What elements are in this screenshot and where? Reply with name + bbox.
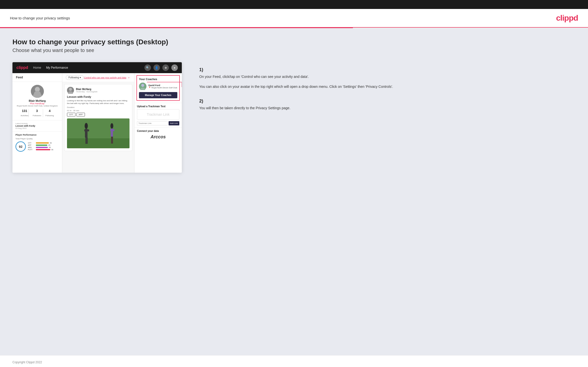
svg-rect-7 bbox=[67, 138, 130, 148]
tag-app: APP bbox=[76, 113, 85, 116]
stat-following: 4 Following bbox=[46, 109, 54, 117]
feed-header: Following ▾ Control who can see your act… bbox=[62, 73, 134, 82]
nav-icons: 🔍 👤 ⊕ ● bbox=[144, 64, 178, 71]
coaches-title: Your Coaches bbox=[139, 78, 177, 81]
svg-rect-17 bbox=[112, 137, 113, 144]
post-avatar bbox=[67, 87, 74, 94]
control-privacy-link[interactable]: Control who can see your activity and da… bbox=[84, 76, 126, 79]
post-tags: OTT APP bbox=[67, 113, 130, 116]
stat-followers: 3 Followers bbox=[31, 109, 43, 117]
tag-ott: OTT bbox=[67, 113, 75, 116]
svg-rect-15 bbox=[110, 129, 115, 131]
profile-club: Royal North Devon Golf Club, United King… bbox=[17, 105, 58, 107]
bar-ott: OTT 90 bbox=[28, 142, 59, 144]
step-1-num: 1) bbox=[199, 67, 576, 72]
trackman-input-row: Add Link bbox=[137, 121, 179, 125]
app-feed: Following ▾ Control who can see your act… bbox=[62, 73, 134, 173]
two-col-layout: clippd Home My Performance 🔍 👤 ⊕ ● Feed bbox=[12, 62, 576, 173]
feed-post: Blair McHarg Yesterday · Sunningdale Les… bbox=[64, 84, 132, 151]
nav-home[interactable]: Home bbox=[33, 66, 41, 69]
post-duration-label: Duration bbox=[67, 106, 130, 108]
app-logo: clippd bbox=[16, 65, 28, 70]
step-2-num: 2) bbox=[199, 99, 576, 104]
bar-arg: ARG 86 bbox=[28, 147, 59, 148]
article-title: How to change your privacy settings (Des… bbox=[12, 38, 576, 46]
app-body: Feed Blair McHarg Plus Handicap Royal No… bbox=[12, 73, 182, 173]
latest-activity: Latest Activity Lesson with Fordy 03 Aug… bbox=[12, 120, 62, 132]
bar-app: APP 85 bbox=[28, 144, 59, 146]
post-author-info: Blair McHarg Yesterday · Sunningdale bbox=[76, 88, 97, 93]
profile-name: Blair McHarg bbox=[29, 99, 46, 102]
arccos-brand: Arccos bbox=[137, 134, 179, 140]
control-link-row: Control who can see your activity and da… bbox=[84, 76, 131, 80]
svg-point-13 bbox=[110, 123, 113, 129]
article-subtitle: Choose what you want people to see bbox=[12, 48, 576, 53]
app-nav: clippd Home My Performance 🔍 👤 ⊕ ● bbox=[12, 62, 182, 73]
trackman-link-box: Trackman Link bbox=[137, 109, 179, 120]
app-mockup: clippd Home My Performance 🔍 👤 ⊕ ● Feed bbox=[12, 62, 182, 173]
profile-icon[interactable]: 👤 bbox=[153, 64, 160, 71]
site-header: How to change your privacy settings clip… bbox=[0, 9, 588, 28]
post-description: Looking to feel like my hands are exitin… bbox=[67, 99, 130, 105]
step-2: 2) You will then be taken directly to th… bbox=[199, 99, 576, 111]
step-1: 1) On your Feed, click/tap on 'Control w… bbox=[199, 67, 576, 90]
quality-score: 92 bbox=[15, 141, 26, 152]
app-sidebar: Feed Blair McHarg Plus Handicap Royal No… bbox=[12, 73, 62, 173]
feed-tab[interactable]: Feed bbox=[12, 73, 62, 82]
add-link-button[interactable]: Add Link bbox=[169, 121, 179, 125]
player-performance: Player Performance Total Player Quality … bbox=[12, 132, 62, 154]
manage-coaches-button[interactable]: Manage Your Coaches bbox=[139, 92, 177, 98]
connect-section: Connect your data Arccos bbox=[134, 127, 182, 142]
app-coaches: Your Coaches David Ford 📍 Royal North De… bbox=[134, 73, 182, 173]
bar-putt: PUTT 96 bbox=[28, 149, 59, 151]
top-bar bbox=[0, 0, 588, 9]
svg-point-8 bbox=[85, 123, 88, 129]
post-duration-value: 01 hr : 30 min bbox=[67, 109, 130, 112]
profile-stats: 131 Activities 3 Followers 4 Following bbox=[21, 109, 54, 117]
nav-my-performance[interactable]: My Performance bbox=[46, 66, 68, 69]
post-author-row: Blair McHarg Yesterday · Sunningdale bbox=[67, 87, 130, 94]
coach-info: David Ford 📍 Royal North Devon Golf Club bbox=[148, 84, 177, 89]
avatar-icon[interactable]: ● bbox=[171, 64, 178, 71]
post-image bbox=[67, 118, 130, 148]
stat-activities: 131 Activities bbox=[21, 109, 29, 117]
following-button[interactable]: Following ▾ bbox=[66, 75, 84, 80]
profile-avatar bbox=[31, 85, 44, 98]
quality-bars: OTT 90 APP 85 ARG bbox=[28, 142, 59, 151]
profile-area: Blair McHarg Plus Handicap Royal North D… bbox=[12, 82, 62, 120]
coach-row: David Ford 📍 Royal North Devon Golf Club bbox=[139, 83, 177, 90]
svg-rect-11 bbox=[85, 138, 87, 144]
svg-rect-10 bbox=[84, 129, 89, 131]
coach-avatar bbox=[139, 83, 146, 90]
copyright-text: Copyright Clippd 2022 bbox=[12, 361, 42, 364]
page-title: How to change your privacy settings bbox=[10, 16, 70, 20]
profile-handicap: Plus Handicap bbox=[30, 102, 44, 105]
step-1-text-part1: On your Feed, click/tap on 'Control who … bbox=[199, 74, 576, 79]
trackman-input[interactable] bbox=[137, 121, 168, 125]
step-1-text-part2: You can also click on your avatar in the… bbox=[199, 84, 576, 89]
add-icon[interactable]: ⊕ bbox=[162, 64, 169, 71]
search-icon[interactable]: 🔍 bbox=[144, 64, 151, 71]
svg-rect-12 bbox=[87, 138, 88, 144]
main-content: How to change your privacy settings (Des… bbox=[0, 28, 588, 355]
instructions: 1) On your Feed, click/tap on 'Control w… bbox=[194, 62, 576, 120]
coaches-highlight-box: Your Coaches David Ford 📍 Royal North De… bbox=[136, 75, 180, 101]
svg-point-19 bbox=[141, 84, 144, 87]
quality-row: 92 OTT 90 APP 85 bbox=[15, 141, 59, 152]
trackman-section: Upload a Trackman Test Trackman Link Add… bbox=[134, 103, 182, 127]
svg-rect-16 bbox=[111, 137, 112, 144]
site-logo: clippd bbox=[556, 13, 578, 23]
step-2-text: You will then be taken directly to the P… bbox=[199, 105, 576, 111]
svg-point-4 bbox=[69, 88, 72, 91]
post-title: Lesson with Fordy bbox=[67, 95, 130, 98]
site-footer: Copyright Clippd 2022 bbox=[0, 355, 588, 367]
svg-point-1 bbox=[35, 87, 40, 92]
svg-rect-0 bbox=[31, 85, 44, 98]
svg-point-2 bbox=[33, 93, 42, 98]
